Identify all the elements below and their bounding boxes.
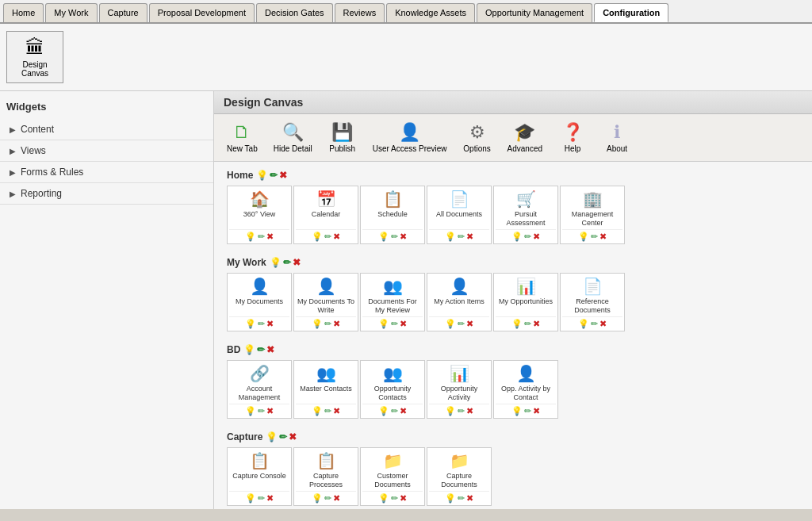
- ctrl-del-rd[interactable]: ✖: [599, 319, 607, 329]
- widget-oppcontacts[interactable]: 👥 Opportunity Contacts 💡 ✏ ✖: [360, 360, 425, 419]
- ctrl-del-am[interactable]: ✖: [266, 406, 274, 416]
- ctrl-bulb-pa[interactable]: 💡: [511, 232, 523, 242]
- sidebar-item-content[interactable]: ▶ Content: [0, 119, 213, 140]
- ctrl-edit-capdoc[interactable]: ✏: [458, 493, 465, 504]
- widget-capturedocs[interactable]: 📁 Capture Documents 💡 ✏ ✖: [427, 447, 492, 506]
- ctrl-del-oac[interactable]: ✖: [533, 406, 540, 416]
- widget-calendar[interactable]: 📅 Calendar 💡 ✏ ✖: [293, 186, 358, 244]
- widget-docsreview[interactable]: 👥 Documents For My Review 💡 ✏ ✖: [360, 273, 425, 331]
- user-access-button[interactable]: 👤 User Access Preview: [366, 119, 454, 156]
- widget-myopps[interactable]: 📊 My Opportunities 💡 ✏ ✖: [493, 273, 558, 331]
- ctrl-del-360[interactable]: ✖: [266, 232, 274, 242]
- ctrl-edit-mdw[interactable]: ✏: [324, 319, 331, 329]
- widget-mgmtcenter[interactable]: 🏢 Management Center 💡 ✏ ✖: [560, 186, 625, 244]
- tab-proposal[interactable]: Proposal Development: [149, 3, 255, 22]
- ctrl-del-dr[interactable]: ✖: [400, 319, 407, 329]
- about-button[interactable]: ℹ About: [596, 119, 638, 156]
- mywork-delete-icon[interactable]: ✖: [293, 257, 301, 268]
- ctrl-edit-oa[interactable]: ✏: [458, 406, 465, 416]
- widget-oppactivity[interactable]: 📊 Opportunity Activity 💡 ✏ ✖: [427, 360, 492, 419]
- widget-actionitems[interactable]: 👤 My Action Items 💡 ✏ ✖: [427, 273, 492, 331]
- tab-configuration[interactable]: Configuration: [594, 3, 668, 22]
- home-bulb-icon[interactable]: 💡: [256, 170, 268, 181]
- widget-mydocswrite[interactable]: 👤 My Documents To Write 💡 ✏ ✖: [293, 273, 358, 331]
- ctrl-bulb-ad[interactable]: 💡: [445, 232, 456, 242]
- home-edit-icon[interactable]: ✏: [270, 170, 278, 181]
- ctrl-bulb-mo[interactable]: 💡: [511, 319, 523, 329]
- ctrl-bulb-cp[interactable]: 💡: [312, 493, 323, 504]
- ctrl-del-cd[interactable]: ✖: [400, 493, 407, 504]
- ctrl-bulb-am[interactable]: 💡: [245, 406, 256, 416]
- widget-schedule[interactable]: 📋 Schedule 💡 ✏ ✖: [360, 186, 425, 244]
- ctrl-del-mo[interactable]: ✖: [533, 319, 540, 329]
- bd-delete-icon[interactable]: ✖: [266, 344, 274, 355]
- ctrl-edit-dr[interactable]: ✏: [391, 319, 398, 329]
- help-button[interactable]: ❓ Help: [552, 119, 593, 156]
- sidebar-item-forms[interactable]: ▶ Forms & Rules: [0, 162, 213, 183]
- ctrl-edit-cal[interactable]: ✏: [324, 232, 331, 242]
- ctrl-edit-360[interactable]: ✏: [258, 232, 265, 242]
- ctrl-del-cc[interactable]: ✖: [266, 493, 274, 504]
- capture-bulb-icon[interactable]: 💡: [266, 431, 278, 442]
- widget-captureprocesses[interactable]: 📋 Capture Processes 💡 ✏ ✖: [293, 447, 358, 506]
- ctrl-del-ad[interactable]: ✖: [466, 232, 473, 242]
- ctrl-del-mct[interactable]: ✖: [333, 406, 340, 416]
- advanced-button[interactable]: 🎓 Advanced: [501, 119, 549, 156]
- widget-refdocs[interactable]: 📄 Reference Documents 💡 ✏ ✖: [560, 273, 625, 331]
- ctrl-bulb-ai[interactable]: 💡: [445, 319, 456, 329]
- bd-bulb-icon[interactable]: 💡: [243, 344, 255, 355]
- ctrl-edit-sch[interactable]: ✏: [391, 232, 398, 242]
- ctrl-edit-mo[interactable]: ✏: [524, 319, 531, 329]
- ctrl-del-md[interactable]: ✖: [266, 319, 274, 329]
- tab-home[interactable]: Home: [3, 3, 44, 22]
- tab-mywork[interactable]: My Work: [45, 3, 97, 22]
- tab-capture[interactable]: Capture: [99, 3, 147, 22]
- ctrl-del-mdw[interactable]: ✖: [333, 319, 340, 329]
- mywork-edit-icon[interactable]: ✏: [283, 257, 291, 268]
- design-canvas-button[interactable]: 🏛 Design Canvas: [6, 31, 63, 83]
- widget-360view[interactable]: 🏠 360° View 💡 ✏ ✖: [227, 186, 292, 244]
- widget-acctmgmt[interactable]: 🔗 Account Management 💡 ✏ ✖: [227, 360, 292, 419]
- ctrl-edit-cp[interactable]: ✏: [324, 493, 331, 504]
- ctrl-bulb-cc[interactable]: 💡: [245, 493, 256, 504]
- hide-detail-button[interactable]: 🔍 Hide Detail: [267, 119, 319, 156]
- ctrl-del-ai[interactable]: ✖: [466, 319, 473, 329]
- ctrl-del-cp[interactable]: ✖: [333, 493, 340, 504]
- ctrl-edit-oc[interactable]: ✏: [391, 406, 398, 416]
- widget-pursuit[interactable]: 🛒 Pursuit Assessment 💡 ✏ ✖: [493, 186, 558, 244]
- ctrl-del-mc[interactable]: ✖: [599, 232, 607, 242]
- ctrl-bulb-360[interactable]: 💡: [245, 232, 256, 242]
- bd-edit-icon[interactable]: ✏: [257, 344, 265, 355]
- ctrl-edit-ai[interactable]: ✏: [458, 319, 465, 329]
- ctrl-edit-mct[interactable]: ✏: [324, 406, 331, 416]
- tab-decision[interactable]: Decision Gates: [256, 3, 333, 22]
- ctrl-del-cal[interactable]: ✖: [333, 232, 340, 242]
- ctrl-bulb-sch[interactable]: 💡: [378, 232, 389, 242]
- widget-captureconsole[interactable]: 📋 Capture Console 💡 ✏ ✖: [227, 447, 292, 506]
- home-delete-icon[interactable]: ✖: [279, 170, 287, 181]
- ctrl-edit-oac[interactable]: ✏: [524, 406, 531, 416]
- ctrl-bulb-mct[interactable]: 💡: [312, 406, 323, 416]
- mywork-bulb-icon[interactable]: 💡: [270, 257, 282, 268]
- widget-mastercontacts[interactable]: 👥 Master Contacts 💡 ✏ ✖: [293, 360, 358, 419]
- ctrl-edit-mc[interactable]: ✏: [591, 232, 598, 242]
- capture-edit-icon[interactable]: ✏: [279, 431, 287, 442]
- ctrl-edit-rd[interactable]: ✏: [591, 319, 598, 329]
- ctrl-del-pa[interactable]: ✖: [533, 232, 540, 242]
- tab-reviews[interactable]: Reviews: [335, 3, 385, 22]
- widget-mydocs[interactable]: 👤 My Documents 💡 ✏ ✖: [227, 273, 292, 331]
- widget-oppactbycontact[interactable]: 👤 Opp. Activity by Contact 💡 ✏ ✖: [493, 360, 558, 419]
- ctrl-del-oa[interactable]: ✖: [466, 406, 473, 416]
- ctrl-bulb-cal[interactable]: 💡: [312, 232, 323, 242]
- ctrl-del-capdoc[interactable]: ✖: [466, 493, 473, 504]
- ctrl-del-oc[interactable]: ✖: [400, 406, 407, 416]
- ctrl-edit-cc[interactable]: ✏: [258, 493, 265, 504]
- tab-opportunity[interactable]: Opportunity Management: [477, 3, 592, 22]
- tab-knowledge[interactable]: Knowledge Assets: [386, 3, 475, 22]
- ctrl-bulb-oc[interactable]: 💡: [378, 406, 389, 416]
- new-tab-button[interactable]: 🗋 New Tab: [220, 119, 264, 156]
- ctrl-bulb-dr[interactable]: 💡: [378, 319, 389, 329]
- ctrl-del-sch[interactable]: ✖: [400, 232, 407, 242]
- ctrl-edit-ad[interactable]: ✏: [458, 232, 465, 242]
- ctrl-edit-pa[interactable]: ✏: [524, 232, 531, 242]
